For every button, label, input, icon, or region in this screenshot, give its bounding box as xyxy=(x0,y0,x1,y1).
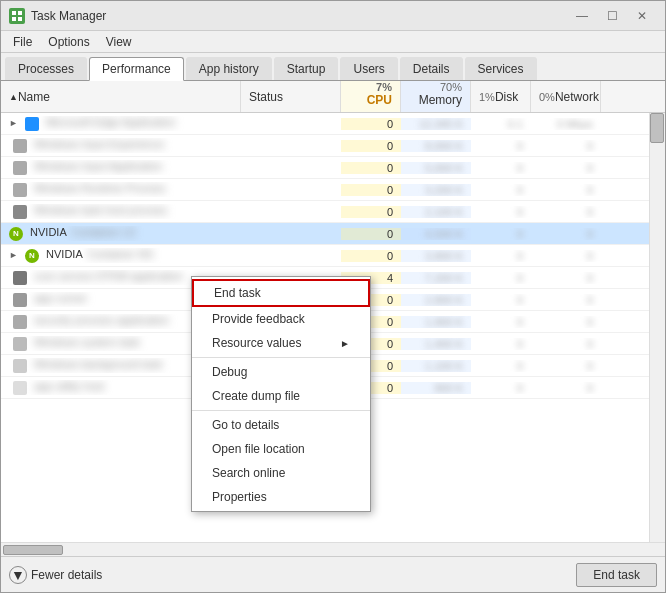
process-name-rest: Container LS xyxy=(71,226,135,238)
ctx-properties-label: Properties xyxy=(212,490,267,504)
cell-network: 0 xyxy=(531,162,601,174)
process-name: NVIDIA xyxy=(30,226,66,238)
title-bar-left: Task Manager xyxy=(9,8,106,24)
col-header-status[interactable]: Status xyxy=(241,81,341,112)
col-header-disk[interactable]: 1% Disk xyxy=(471,81,531,112)
process-icon xyxy=(13,381,27,395)
cell-memory: 12,345 K xyxy=(401,118,471,130)
table-row-selected[interactable]: N NVIDIA Container LS 0 4,500 K 0 0 xyxy=(1,223,665,245)
tab-details[interactable]: Details xyxy=(400,57,463,80)
h-scrollbar-thumb[interactable] xyxy=(3,545,63,555)
minimize-button[interactable]: — xyxy=(567,6,597,26)
disk-percent: 1% xyxy=(479,91,495,103)
cell-network: 0 xyxy=(531,184,601,196)
window-title: Task Manager xyxy=(31,9,106,23)
svg-rect-2 xyxy=(12,17,16,21)
col-header-name[interactable]: ▲ Name xyxy=(1,81,241,112)
ctx-create-dump[interactable]: Create dump file xyxy=(192,384,370,408)
cell-disk: 0 xyxy=(471,250,531,262)
cell-memory: 3,200 K xyxy=(401,184,471,196)
cell-name: Windows task host process xyxy=(1,204,241,218)
tab-app-history[interactable]: App history xyxy=(186,57,272,80)
task-manager-window: Task Manager — ☐ ✕ File Options View Pro… xyxy=(0,0,666,593)
process-name: security process application xyxy=(34,314,169,326)
cell-disk: 0 xyxy=(471,206,531,218)
ctx-open-file-location[interactable]: Open file location xyxy=(192,437,370,461)
cell-memory: 4,500 K xyxy=(401,228,471,240)
col-header-memory[interactable]: 70% Memory xyxy=(401,81,471,112)
process-icon xyxy=(13,359,27,373)
scrollbar-thumb[interactable] xyxy=(650,113,664,143)
process-name: Windows Input Application xyxy=(34,160,162,172)
cell-network: 0 xyxy=(531,294,601,306)
cell-disk: 0.1 xyxy=(471,118,531,130)
tab-startup[interactable]: Startup xyxy=(274,57,339,80)
cell-disk: 0 xyxy=(471,272,531,284)
cell-network: 0 xyxy=(531,338,601,350)
ctx-properties[interactable]: Properties xyxy=(192,485,370,509)
ctx-debug[interactable]: Debug xyxy=(192,360,370,384)
ctx-end-task-label: End task xyxy=(214,286,261,300)
table-row[interactable]: Windows task host process 0 2,100 K 0 0 xyxy=(1,201,665,223)
network-percent: 0% xyxy=(539,91,555,103)
cell-disk: 0 xyxy=(471,140,531,152)
cell-name: Windows Input Experience xyxy=(1,138,241,152)
expand-icon[interactable]: ► xyxy=(9,250,18,260)
ctx-end-task[interactable]: End task xyxy=(192,279,370,307)
fewer-details-button[interactable]: ▼ Fewer details xyxy=(9,566,102,584)
table-row[interactable]: Windows Runtime Process 0 3,200 K 0 0 xyxy=(1,179,665,201)
cell-disk: 0 xyxy=(471,162,531,174)
process-icon xyxy=(13,139,27,153)
cell-network: 0 Mbps xyxy=(531,118,601,130)
maximize-button[interactable]: ☐ xyxy=(597,6,627,26)
col-status-label: Status xyxy=(249,90,283,104)
footer: ▼ Fewer details End task xyxy=(1,556,665,592)
ctx-debug-label: Debug xyxy=(212,365,247,379)
cell-memory: 5,000 K xyxy=(401,162,471,174)
process-name: Windows system task xyxy=(34,336,140,348)
fewer-details-icon: ▼ xyxy=(9,566,27,584)
table-row[interactable]: Windows Input Application 0 5,000 K 0 0 xyxy=(1,157,665,179)
memory-percent: 70% xyxy=(440,81,462,93)
ctx-feedback-label: Provide feedback xyxy=(212,312,305,326)
end-task-button[interactable]: End task xyxy=(576,563,657,587)
cell-memory: 1,100 K xyxy=(401,360,471,372)
vertical-scrollbar[interactable] xyxy=(649,113,665,542)
tab-performance[interactable]: Performance xyxy=(89,57,184,81)
tab-processes[interactable]: Processes xyxy=(5,57,87,80)
close-button[interactable]: ✕ xyxy=(627,6,657,26)
process-icon xyxy=(13,161,27,175)
horizontal-scrollbar[interactable] xyxy=(1,542,665,556)
menu-file[interactable]: File xyxy=(5,33,40,51)
table-row[interactable]: ► Microsoft Edge Application 0 12,345 K … xyxy=(1,113,665,135)
ctx-provide-feedback[interactable]: Provide feedback xyxy=(192,307,370,331)
col-memory-label: Memory xyxy=(419,93,462,107)
cpu-percent: 7% xyxy=(376,81,392,93)
process-icon xyxy=(13,293,27,307)
sort-icon: ▲ xyxy=(9,92,18,102)
menu-options[interactable]: Options xyxy=(40,33,97,51)
expand-icon[interactable]: ► xyxy=(9,118,18,128)
tab-users[interactable]: Users xyxy=(340,57,397,80)
svg-rect-0 xyxy=(12,11,16,15)
cell-memory: 3,800 K xyxy=(401,250,471,262)
process-name: app runner xyxy=(34,292,87,304)
ctx-go-to-details[interactable]: Go to details xyxy=(192,413,370,437)
cell-memory: 1,400 K xyxy=(401,338,471,350)
col-header-network[interactable]: 0% Network xyxy=(531,81,601,112)
process-name: Windows task host process xyxy=(34,204,167,216)
table-row[interactable]: ► N NVIDIA Container NS 0 3,800 K 0 0 xyxy=(1,245,665,267)
cell-memory: 7,200 K xyxy=(401,272,471,284)
tab-services[interactable]: Services xyxy=(465,57,537,80)
ctx-search-label: Search online xyxy=(212,466,285,480)
ctx-resource-values[interactable]: Resource values ► xyxy=(192,331,370,355)
col-header-cpu[interactable]: 7% CPU xyxy=(341,81,401,112)
table-row[interactable]: Windows Input Experience 0 8,000 K 0 0 xyxy=(1,135,665,157)
cell-disk: 0 xyxy=(471,228,531,240)
menu-view[interactable]: View xyxy=(98,33,140,51)
cell-name: Windows Input Application xyxy=(1,160,241,174)
ctx-search-online[interactable]: Search online xyxy=(192,461,370,485)
app-icon xyxy=(9,8,25,24)
cell-network: 0 xyxy=(531,316,601,328)
process-name: Windows Runtime Process xyxy=(34,182,165,194)
